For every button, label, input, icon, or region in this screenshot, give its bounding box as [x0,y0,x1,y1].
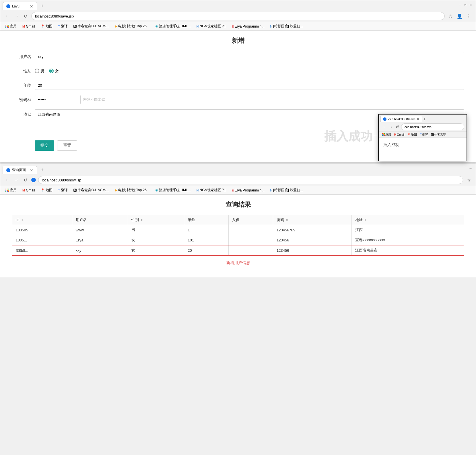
popup-bm-maps[interactable]: 📍 地图 [406,132,418,137]
tab-bar-1: Layui ✕ + [0,0,48,10]
cell-password-3: 123456 [273,245,352,255]
menu-btn-1[interactable]: ⋮ [465,13,472,20]
bm-hotel-2[interactable]: ◉ 酒店管理系统 UML... [154,187,193,193]
cell-avatar-3 [229,245,273,255]
bm-erya-1[interactable]: E Erya Programmin... [230,24,266,29]
popup-bm-gmail[interactable]: M Gmail [393,133,405,137]
popup-bm-niuke[interactable]: N 牛客竞赛 [430,132,447,137]
shadow-icon-2: N [270,189,272,192]
username-input[interactable] [35,52,464,61]
bm-translate-label-2: 翻译 [61,188,68,193]
cell-username-2: Erya [72,235,128,245]
popup-niuke-icon: N [431,133,434,136]
translate-icon-1: T [58,25,60,28]
cell-age-3: 20 [184,245,229,255]
address-bar-row-2: ← → ↺ ☆ [0,174,476,186]
reload-btn-2[interactable]: ↺ [22,177,29,183]
popup-tab[interactable]: localhost:8080/save ✕ [380,116,422,122]
popup-bm-niuke-label: 牛客竞赛 [434,133,446,137]
browser-chrome-1: Layui ✕ + ─ □ ✕ ← → ↺ ☆ 👤 ⋮ [0,0,476,31]
tab-close-2[interactable]: ✕ [30,168,33,173]
popup-bm-translate[interactable]: T 翻译 [419,132,429,137]
tab-favicon-1 [6,4,10,8]
reload-btn-1[interactable]: ↺ [22,13,29,20]
popup-address-input[interactable] [401,123,464,130]
bm-gmail-1[interactable]: M Gmail [21,24,37,29]
bm-niuke-2[interactable]: N 牛客竞赛OJ_ACM/... [72,187,111,193]
bm-niuke-1[interactable]: N 牛客竞赛OJ_ACM/... [72,23,111,29]
profile-btn-1[interactable]: 👤 [456,13,463,20]
popup-new-tab-btn[interactable]: + [423,117,426,122]
bm-nga-1[interactable]: N NGA玩家社区 P1 [195,23,228,29]
browser-window-2: 查询页面 ✕ + ─ ← → ↺ ☆ 应用 [0,164,476,277]
maximize-btn-1[interactable]: □ [464,3,467,7]
back-btn-1[interactable]: ← [4,13,11,20]
new-tab-btn-1[interactable]: + [38,2,46,10]
submit-button[interactable]: 提交 [35,140,54,151]
nga-icon-2: N [197,189,199,192]
table-row: 1805... Erya 女 101 123456 宜春xxxxxxxxxxxx [12,235,464,245]
bookmark-star-2[interactable]: ☆ [465,177,472,183]
cell-password-1: 123456789 [273,225,352,235]
address-input-1[interactable] [31,12,445,20]
bm-erya-label-1: Erya Programmin... [235,24,264,28]
close-window-btn-1[interactable]: ✕ [469,3,472,7]
reset-button[interactable]: 重置 [57,140,77,151]
bm-apps-1[interactable]: 应用 [4,23,18,29]
gmail-icon-1: M [22,25,25,28]
popup-maps-icon: 📍 [407,133,411,136]
forward-btn-2[interactable]: → [13,177,20,183]
tab-close-1[interactable]: ✕ [30,4,33,9]
tab-query[interactable]: 查询页面 ✕ [3,166,37,174]
bm-nga-2[interactable]: N NGA玩家社区 P1 [195,187,228,193]
address-input-2[interactable] [38,176,463,184]
cell-address-3: 江西省南昌市 [351,245,464,255]
popup-bm-apps[interactable]: 应用 [381,132,392,137]
bm-apps-2[interactable]: 应用 [4,187,18,193]
popup-back-btn[interactable]: ← [381,124,387,130]
bm-translate-1[interactable]: T 翻译 [57,23,70,29]
password-input[interactable] [35,95,81,104]
age-input[interactable] [35,81,464,90]
popup-tab-close[interactable]: ✕ [417,117,419,121]
gender-female-radio[interactable] [49,69,54,73]
forward-btn-1[interactable]: → [13,13,20,20]
gender-male-label[interactable]: 男 [35,66,44,75]
bookmark-star-1[interactable]: ☆ [447,13,454,20]
bm-shadow-1[interactable]: N [暗影国度] 炽蓝仙... [268,23,305,29]
bm-maps-2[interactable]: 📍 地图 [39,187,54,193]
gender-male-radio[interactable] [35,69,39,73]
bm-shadow-2[interactable]: N [暗影国度] 炽蓝仙... [268,187,305,193]
cell-username-3: xxy [72,245,128,255]
new-tab-btn-2[interactable]: + [38,166,46,174]
minimize-btn-1[interactable]: ─ [458,3,462,7]
popup-apps-icon [382,133,385,136]
bm-translate-2[interactable]: T 翻译 [57,187,70,193]
bm-hotel-1[interactable]: ◉ 酒店管理系统 UML... [154,23,193,29]
popup-bookmarks: 应用 M Gmail 📍 地图 T 翻译 [379,131,467,138]
popup-body: 插入成功 [379,138,467,161]
gmail-icon-2: M [22,189,25,192]
cell-gender-2: 女 [128,235,184,245]
popup-window-overlay: localhost:8080/save ✕ + ← → ↺ [378,114,467,161]
bm-erya-2[interactable]: E Erya Programmin... [230,188,266,193]
cell-avatar-2 [229,235,273,245]
popup-tab-favicon [383,117,386,121]
bm-movie-2[interactable]: ▶ 电影排行榜,Top 25... [113,187,151,193]
bm-gmail-2[interactable]: M Gmail [21,188,37,193]
bm-maps-1[interactable]: 📍 地图 [39,23,54,29]
popup-reload-btn[interactable]: ↺ [395,124,400,130]
gender-female-label[interactable]: 女 [49,66,59,75]
bm-movie-1[interactable]: ▶ 电影排行榜,Top 25... [113,23,151,29]
translate-icon-2: T [58,189,60,192]
back-btn-2[interactable]: ← [4,177,11,183]
bm-translate-label-1: 翻译 [61,24,68,29]
bm-erya-label-2: Erya Programmin... [235,188,264,192]
minimize-btn-2[interactable]: ─ [469,167,472,170]
add-user-anchor[interactable]: 新增用户信息 [226,260,250,265]
popup-forward-btn[interactable]: → [388,124,394,130]
bm-apps-label-1: 应用 [10,24,17,29]
tab-layui[interactable]: Layui ✕ [3,2,37,10]
add-user-link[interactable]: 新增用户信息 [12,260,464,266]
cell-address-2: 宜春xxxxxxxxxxxx [351,235,464,245]
